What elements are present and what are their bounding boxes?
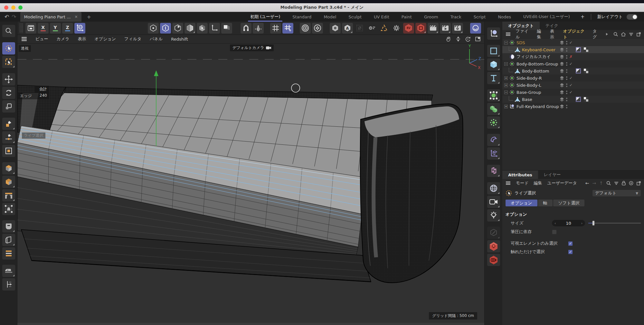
- document-tab-close-icon[interactable]: ×: [74, 15, 78, 19]
- om-popout-icon[interactable]: [637, 32, 641, 36]
- camera-object-button[interactable]: [487, 196, 500, 208]
- symmetry-tool-button[interactable]: [2, 234, 15, 246]
- enable-check[interactable]: ✓: [569, 62, 573, 66]
- viewport-menu-redshift[interactable]: Redshift: [171, 37, 188, 42]
- enable-axis-mode-button[interactable]: [197, 23, 208, 34]
- options-gear-button[interactable]: [391, 23, 402, 34]
- viewport-menu-view[interactable]: ビュー: [35, 36, 48, 42]
- grid-snap-button[interactable]: [270, 23, 281, 34]
- object-row-base[interactable]: Base: [502, 96, 644, 103]
- size-value[interactable]: 10: [556, 221, 581, 226]
- redo-icon[interactable]: ↷: [12, 14, 16, 20]
- line-cut-tool-button[interactable]: [2, 131, 15, 143]
- modeling-settings-button[interactable]: [300, 23, 311, 34]
- attr-popout-icon[interactable]: [637, 181, 641, 185]
- normals-display-button[interactable]: [379, 23, 390, 34]
- visibility-dots[interactable]: [566, 98, 567, 101]
- polygons-mode-button[interactable]: [172, 23, 183, 34]
- polygon-pen-tool-button[interactable]: [2, 118, 15, 130]
- lock-icon[interactable]: [622, 181, 626, 185]
- layer-icon[interactable]: [560, 90, 564, 94]
- enable-check[interactable]: ✓: [569, 40, 573, 45]
- projection-label[interactable]: 透視: [19, 45, 31, 52]
- undo-icon[interactable]: ↶: [5, 14, 9, 20]
- rectangle-selection-tool-button[interactable]: [2, 56, 15, 68]
- viewport-menu-filter[interactable]: フィルタ: [124, 36, 141, 42]
- toggle-panel-icon[interactable]: [475, 37, 480, 41]
- pressure-checkbox[interactable]: [552, 230, 557, 234]
- layout-tab-groom[interactable]: Groom: [418, 12, 444, 22]
- snap-enable-button[interactable]: [241, 23, 251, 34]
- viewport-menu-options[interactable]: オプション: [95, 36, 116, 42]
- tab-soft-selection[interactable]: ソフト選択: [553, 200, 585, 206]
- layer-icon[interactable]: [560, 47, 564, 52]
- layer-icon[interactable]: [560, 76, 564, 80]
- layer-icon[interactable]: [560, 40, 564, 45]
- visibility-dots[interactable]: [566, 48, 567, 52]
- tolerant-checkbox[interactable]: ✓: [568, 250, 573, 254]
- object-row-base-group[interactable]: − Base-Group ✓: [502, 89, 644, 96]
- collapse-icon[interactable]: −: [504, 62, 508, 66]
- visibility-dots[interactable]: [566, 55, 567, 59]
- cube-primitive-button[interactable]: [487, 58, 500, 71]
- weight-tool-button[interactable]: [2, 203, 15, 215]
- layout-tab-standard[interactable]: Standard: [286, 12, 317, 22]
- menu-overflow-icon[interactable]: [606, 33, 608, 36]
- object-row-side-body-l[interactable]: + Side-Body-L ✓: [502, 82, 644, 89]
- toolbar-drag-handle[interactable]: [19, 23, 23, 33]
- attr-search-icon[interactable]: [606, 181, 611, 185]
- axis-workplane-button[interactable]: [209, 23, 220, 34]
- phong-tag-icon[interactable]: [576, 97, 581, 102]
- enable-check[interactable]: ✓: [569, 83, 573, 87]
- snap-settings-button[interactable]: [253, 23, 264, 34]
- object-row-body-bottom-group[interactable]: − Body-Bottom-Group ✓: [502, 60, 644, 67]
- viewport-menu-panel[interactable]: パネル: [150, 36, 163, 42]
- viewport[interactable]: ビュー カメラ 表示 オプション フィルタ パネル Redshift: [17, 35, 484, 325]
- spline-rectangle-button[interactable]: [487, 45, 500, 57]
- uv-tag-icon[interactable]: [583, 97, 589, 102]
- axis-x-lock-button[interactable]: X: [38, 23, 49, 34]
- text-object-button[interactable]: [487, 72, 500, 84]
- loop-cut-tool-button[interactable]: [2, 247, 15, 260]
- object-row-body-bottom[interactable]: Body-Bottom: [502, 67, 644, 74]
- visibility-dots[interactable]: [566, 84, 567, 87]
- expand-icon[interactable]: +: [504, 105, 508, 108]
- workplane-button[interactable]: [221, 23, 232, 34]
- object-name[interactable]: Keyboard-Cover: [522, 47, 555, 52]
- size-stepper[interactable]: ‹ 10 ›: [552, 220, 585, 226]
- object-name[interactable]: Body-Bottom-Group: [516, 62, 558, 66]
- preset-dropdown[interactable]: デフォルト ▼: [592, 190, 641, 196]
- redshift-light-button[interactable]: [487, 240, 500, 252]
- guide-tool-button[interactable]: [2, 278, 15, 291]
- history-forward-icon[interactable]: →: [592, 181, 596, 186]
- attr-menu-mode[interactable]: モード: [516, 180, 529, 186]
- collapse-icon[interactable]: −: [504, 41, 508, 44]
- new-document-button[interactable]: +: [81, 12, 96, 22]
- iron-tool-button[interactable]: [2, 265, 15, 277]
- viewport-render-button[interactable]: [25, 23, 36, 34]
- size-slider[interactable]: [588, 221, 641, 225]
- object-row-full-keyboard-group[interactable]: + Full-Keyboard Group: [502, 103, 644, 110]
- cube-modeling-tool-button[interactable]: [2, 176, 15, 188]
- array-generator-button[interactable]: [487, 103, 500, 115]
- attr-filter-icon[interactable]: [614, 182, 619, 185]
- go-up-icon[interactable]: ↑: [599, 181, 603, 186]
- object-manager-menu-icon[interactable]: [506, 32, 510, 36]
- layout-tab-initial-user[interactable]: 初期 (ユーザー): [244, 12, 286, 22]
- layer-icon[interactable]: [560, 69, 564, 73]
- attr-menu-edit[interactable]: 編集: [534, 180, 542, 186]
- om-home-icon[interactable]: [621, 32, 626, 36]
- view-filter-button[interactable]: [366, 23, 377, 34]
- layout-tab-nodes[interactable]: Nodes: [492, 12, 517, 22]
- render-view-button[interactable]: [415, 23, 426, 34]
- object-name[interactable]: Body-Bottom: [522, 69, 549, 74]
- enable-check[interactable]: ✓: [569, 76, 573, 80]
- uv-tag-icon[interactable]: [583, 68, 589, 74]
- render-picture-viewer-button[interactable]: [428, 23, 439, 34]
- axis-y-lock-button[interactable]: Y: [50, 23, 61, 34]
- uv-tag-icon[interactable]: [583, 47, 589, 52]
- visibility-dots[interactable]: [566, 62, 567, 66]
- layout-tab-uvedit-user[interactable]: UVEdit-User (ユーザー): [517, 12, 576, 22]
- layer-icon[interactable]: [560, 97, 564, 102]
- om-filter-icon[interactable]: [629, 33, 633, 36]
